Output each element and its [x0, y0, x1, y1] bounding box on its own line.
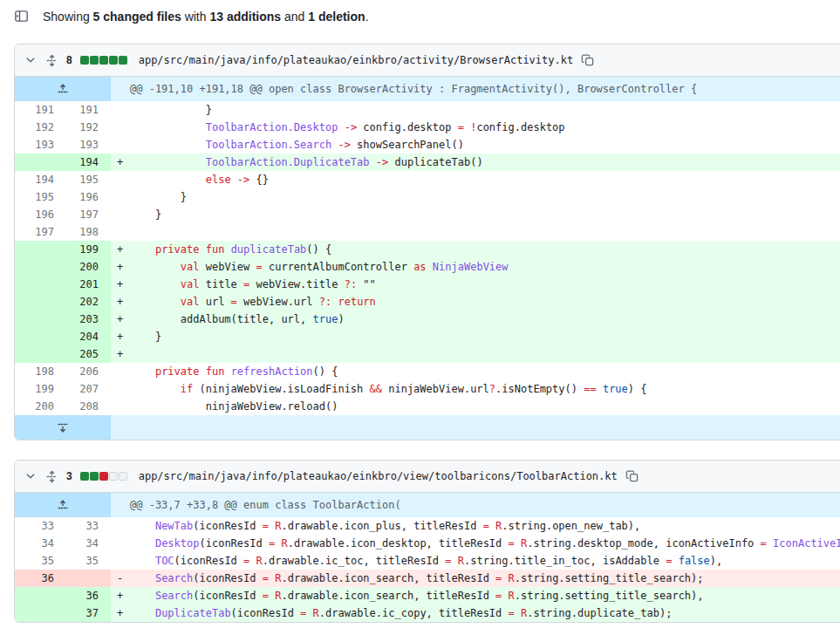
diff-marker: + — [111, 587, 130, 604]
expand-up-button[interactable] — [15, 493, 111, 517]
old-line-number[interactable]: 198 — [15, 363, 63, 380]
new-line-number[interactable]: 197 — [63, 206, 111, 223]
unfold-icon[interactable] — [45, 470, 58, 483]
new-line-number[interactable]: 191 — [63, 101, 111, 119]
old-line-number[interactable] — [15, 587, 63, 604]
old-line-number[interactable]: 197 — [15, 223, 63, 241]
files-list: 8 app/src/main/java/info/plateaukao/eink… — [0, 44, 840, 623]
expand-down-button[interactable] — [15, 415, 111, 440]
file-tree-toggle-button[interactable] — [14, 9, 29, 24]
new-line-number[interactable]: 34 — [63, 535, 111, 552]
old-line-number[interactable]: 194 — [15, 171, 63, 188]
old-line-number[interactable]: 195 — [15, 188, 63, 206]
old-line-number[interactable]: 199 — [15, 380, 63, 398]
diff-marker — [111, 101, 130, 119]
diff-marker — [111, 380, 130, 398]
diff-row-context: 3333 NewTab(iconResId = R.drawable.icon_… — [15, 517, 840, 535]
new-line-number[interactable]: 193 — [63, 136, 111, 154]
old-line-number[interactable]: 200 — [15, 398, 63, 415]
file-header[interactable]: 8 app/src/main/java/info/plateaukao/eink… — [15, 44, 840, 77]
old-line-number[interactable]: 196 — [15, 206, 63, 223]
summary-segment: 13 additions — [209, 10, 281, 24]
old-line-number[interactable]: 35 — [15, 552, 63, 570]
new-line-number[interactable]: 199 — [63, 241, 111, 258]
code-line: addAlbum(title, url, true) — [130, 311, 840, 328]
diff-marker: - — [111, 570, 130, 587]
new-line-number[interactable]: 206 — [63, 363, 111, 380]
diffstat-square-del — [99, 472, 108, 481]
new-line-number[interactable]: 37 — [63, 604, 111, 622]
summary-segment: . — [365, 10, 369, 24]
diff-row-context: 197198 — [15, 223, 840, 241]
old-line-number[interactable]: 36 — [15, 570, 63, 587]
new-line-number[interactable]: 202 — [63, 293, 111, 311]
unfold-icon[interactable] — [45, 54, 58, 67]
new-line-number[interactable] — [63, 570, 111, 587]
diff-row-context: 193193 ToolbarAction.Search -> showSearc… — [15, 136, 840, 154]
hunk-gutter — [15, 493, 111, 517]
file-header[interactable]: 3 app/src/main/java/info/plateaukao/eink… — [15, 461, 840, 493]
file-path: app/src/main/java/info/plateaukao/einkbr… — [139, 470, 618, 482]
old-line-number[interactable] — [15, 345, 63, 363]
collapse-file-button[interactable] — [24, 469, 38, 483]
new-line-number[interactable]: 205 — [63, 345, 111, 363]
new-line-number[interactable]: 35 — [63, 552, 111, 570]
old-line-number[interactable] — [15, 293, 63, 311]
file-diff: 3 app/src/main/java/info/plateaukao/eink… — [14, 460, 840, 623]
diff-row-context: 196197 } — [15, 206, 840, 223]
new-line-number[interactable]: 207 — [63, 380, 111, 398]
old-line-number[interactable] — [15, 604, 63, 622]
diff-marker — [111, 363, 130, 380]
diffstat-square-neutral — [109, 472, 118, 481]
code-line: } — [130, 206, 840, 223]
new-line-number[interactable]: 200 — [63, 258, 111, 276]
old-line-number[interactable]: 192 — [15, 119, 63, 136]
diff-row-context: 3535 TOC(iconResId = R.drawable.ic_toc, … — [15, 552, 840, 570]
diff-marker: + — [111, 604, 130, 622]
code-line: val webView = currentAlbumController as … — [130, 258, 840, 276]
old-line-number[interactable]: 193 — [15, 136, 63, 154]
old-line-number[interactable] — [15, 241, 63, 258]
code-line: else -> {} — [130, 171, 840, 188]
old-line-number[interactable] — [15, 258, 63, 276]
diff-row-add: 204+ } — [15, 328, 840, 345]
new-line-number[interactable]: 208 — [63, 398, 111, 415]
new-line-number[interactable]: 204 — [63, 328, 111, 345]
summary-segment: 5 changed files — [93, 10, 181, 24]
new-line-number[interactable]: 194 — [63, 154, 111, 171]
new-line-number[interactable]: 201 — [63, 276, 111, 293]
old-line-number[interactable] — [15, 276, 63, 293]
code-line: } — [130, 328, 840, 345]
old-line-number[interactable] — [15, 328, 63, 345]
copy-path-button[interactable] — [625, 469, 639, 483]
file-path: app/src/main/java/info/plateaukao/einkbr… — [139, 54, 574, 66]
new-line-number[interactable]: 192 — [63, 119, 111, 136]
diff-row-add: 200+ val webView = currentAlbumControlle… — [15, 258, 840, 276]
diff-marker: + — [111, 328, 130, 345]
copy-path-button[interactable] — [581, 53, 595, 67]
new-line-number[interactable]: 195 — [63, 171, 111, 188]
code-line: private fun refreshAction() { — [130, 363, 840, 380]
code-line: Search(iconResId = R.drawable.icon_searc… — [130, 570, 840, 587]
diff-row-context: 192192 ToolbarAction.Desktop -> config.d… — [15, 119, 840, 136]
diff-marker — [111, 535, 130, 552]
fold-up-icon — [57, 499, 69, 511]
code-line — [130, 223, 840, 241]
diffstat-squares — [80, 56, 127, 65]
old-line-number[interactable]: 34 — [15, 535, 63, 552]
hunk-header-text: @@ -33,7 +33,8 @@ enum class ToolbarActi… — [111, 493, 840, 517]
collapse-file-button[interactable] — [24, 53, 38, 67]
new-line-number[interactable]: 33 — [63, 517, 111, 535]
diff-marker: + — [111, 345, 130, 363]
diff-marker: + — [111, 293, 130, 311]
new-line-number[interactable]: 198 — [63, 223, 111, 241]
old-line-number[interactable] — [15, 154, 63, 171]
new-line-number[interactable]: 196 — [63, 188, 111, 206]
old-line-number[interactable]: 33 — [15, 517, 63, 535]
new-line-number[interactable]: 36 — [63, 587, 111, 604]
old-line-number[interactable]: 191 — [15, 101, 63, 119]
old-line-number[interactable] — [15, 311, 63, 328]
new-line-number[interactable]: 203 — [63, 311, 111, 328]
expand-up-button[interactable] — [15, 77, 111, 101]
hunk-gutter — [15, 77, 111, 101]
